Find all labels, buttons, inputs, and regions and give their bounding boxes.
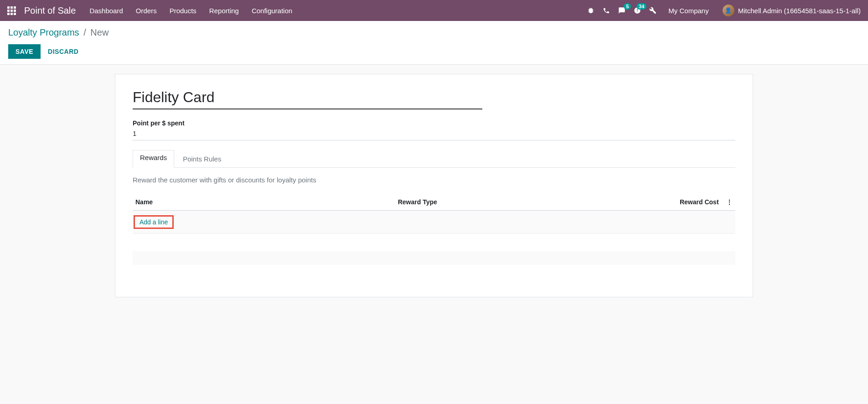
add-line-link[interactable]: Add a line <box>134 215 174 229</box>
top-nav: Point of Sale Dashboard Orders Products … <box>0 0 868 21</box>
col-name: Name <box>133 198 398 206</box>
program-name-input[interactable] <box>133 87 482 109</box>
company-selector[interactable]: My Company <box>668 7 708 15</box>
breadcrumb: Loyalty Programs / New <box>8 27 860 38</box>
breadcrumb-parent[interactable]: Loyalty Programs <box>8 27 79 37</box>
activities-badge: 34 <box>636 3 646 10</box>
tabs: Rewards Points Rules <box>133 150 735 168</box>
nav-reporting[interactable]: Reporting <box>209 7 239 15</box>
nav-orders[interactable]: Orders <box>136 7 157 15</box>
form-sheet: Point per $ spent Rewards Points Rules R… <box>115 74 753 297</box>
phone-icon[interactable] <box>603 7 610 14</box>
messages-badge: 5 <box>624 3 631 10</box>
app-brand[interactable]: Point of Sale <box>24 5 76 16</box>
messages-icon[interactable]: 5 <box>618 7 625 14</box>
discard-button[interactable]: DISCARD <box>48 44 78 59</box>
kebab-icon[interactable]: ⋮ <box>723 198 735 206</box>
user-menu[interactable]: 👤 Mitchell Admin (16654581-saas-15-1-all… <box>723 5 861 16</box>
point-label: Point per $ spent <box>133 119 735 127</box>
point-input[interactable] <box>133 129 735 138</box>
table-header: Name Reward Type Reward Cost ⋮ <box>133 194 735 211</box>
nav-right: 5 34 My Company 👤 Mitchell Admin (166545… <box>587 5 861 16</box>
rewards-description: Reward the customer with gifts or discou… <box>133 176 735 184</box>
tools-icon[interactable] <box>649 7 656 14</box>
bug-icon[interactable] <box>587 7 594 14</box>
nav-products[interactable]: Products <box>170 7 196 15</box>
tab-rewards[interactable]: Rewards <box>133 150 174 168</box>
spacer-row <box>133 251 735 265</box>
table-row: Add a line <box>133 211 735 234</box>
nav-dashboard[interactable]: Dashboard <box>89 7 123 15</box>
action-bar: SAVE DISCARD <box>8 44 860 64</box>
tab-points-rules[interactable]: Points Rules <box>174 150 230 168</box>
activities-icon[interactable]: 34 <box>634 7 641 14</box>
breadcrumb-current: New <box>90 27 108 37</box>
col-cost: Reward Cost <box>639 198 723 206</box>
subheader: Loyalty Programs / New SAVE DISCARD <box>0 21 868 65</box>
rewards-table: Name Reward Type Reward Cost ⋮ Add a lin… <box>133 194 735 265</box>
nav-links: Dashboard Orders Products Reporting Conf… <box>89 7 587 15</box>
avatar: 👤 <box>723 5 734 16</box>
nav-configuration[interactable]: Configuration <box>252 7 292 15</box>
user-name: Mitchell Admin (16654581-saas-15-1-all) <box>738 7 861 15</box>
save-button[interactable]: SAVE <box>8 44 41 59</box>
col-type: Reward Type <box>398 198 639 206</box>
apps-icon[interactable] <box>7 6 16 15</box>
point-per-spent-field: Point per $ spent <box>133 119 735 140</box>
